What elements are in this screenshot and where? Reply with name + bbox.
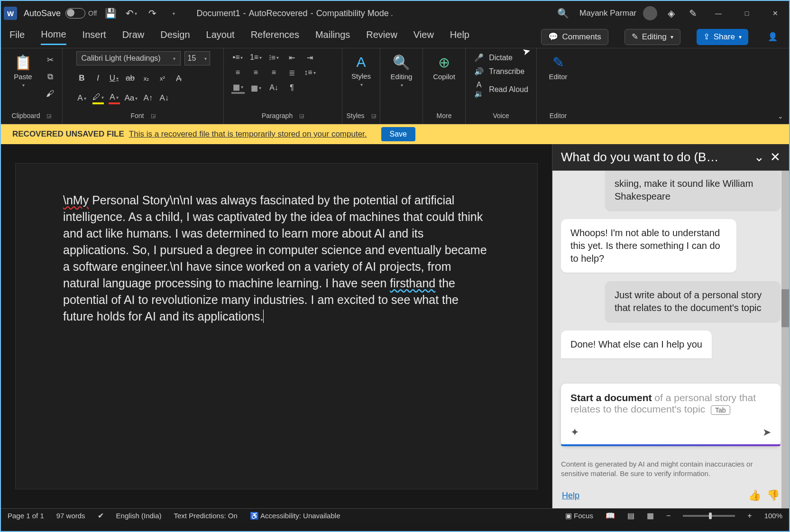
premium-diamond-icon[interactable]: ◈: [664, 8, 679, 19]
window-close[interactable]: ✕: [764, 4, 786, 23]
doc-name[interactable]: Document1: [196, 9, 240, 18]
tab-review[interactable]: Review: [366, 29, 397, 44]
status-page[interactable]: Page 1 of 1: [8, 512, 44, 520]
status-accessibility[interactable]: ♿ Accessibility: Unavailable: [250, 512, 340, 520]
undo-icon[interactable]: ↶▾: [124, 6, 138, 20]
italic-button[interactable]: I: [92, 72, 104, 84]
superscript-button[interactable]: x²: [157, 72, 168, 84]
status-language[interactable]: English (India): [116, 512, 162, 520]
copilot-help-link[interactable]: Help: [562, 491, 579, 501]
teams-present-icon[interactable]: 👤: [764, 29, 781, 45]
paste-button[interactable]: 📋 Paste ▾: [7, 51, 40, 88]
shading-button[interactable]: ▦▾: [231, 82, 245, 94]
recovery-save-button[interactable]: Save: [381, 127, 415, 141]
status-predictions[interactable]: Text Predictions: On: [174, 512, 238, 520]
thumbs-up-icon[interactable]: 👍: [748, 489, 761, 502]
clipboard-launcher-icon[interactable]: ◲: [46, 113, 51, 119]
avatar[interactable]: [643, 6, 657, 20]
spellcheck-icon[interactable]: ✔: [98, 511, 104, 520]
tab-insert[interactable]: Insert: [83, 29, 106, 44]
collapse-ribbon-icon[interactable]: ⌄: [778, 112, 783, 120]
tab-home[interactable]: Home: [41, 29, 66, 45]
save-icon[interactable]: 💾: [103, 6, 118, 20]
change-case-button[interactable]: Aa▾: [125, 92, 138, 104]
editing-group-button[interactable]: 🔍Editing▾: [385, 51, 418, 88]
underline-button[interactable]: U▾: [109, 72, 120, 84]
print-layout-icon[interactable]: ▤: [627, 511, 634, 520]
focus-mode-button[interactable]: ▣ Focus: [565, 512, 593, 520]
recovery-message[interactable]: This is a recovered file that is tempora…: [129, 129, 367, 139]
send-icon[interactable]: ➤: [762, 426, 771, 439]
show-marks-button[interactable]: ¶: [285, 82, 299, 94]
copilot-input[interactable]: Start a document of a personal story tha…: [561, 384, 781, 446]
thumbs-down-icon[interactable]: 👎: [767, 489, 780, 502]
coming-soon-icon[interactable]: ✎: [685, 8, 701, 19]
line-spacing-button[interactable]: ↕≡▾: [303, 66, 317, 79]
highlight-button[interactable]: 🖊▾: [92, 92, 104, 104]
tab-view[interactable]: View: [413, 29, 434, 44]
search-icon[interactable]: 🔍: [553, 8, 573, 19]
tab-mailings[interactable]: Mailings: [315, 29, 350, 44]
font-color-button[interactable]: A▾: [109, 92, 120, 104]
borders-button[interactable]: ▦▾: [249, 82, 263, 94]
comments-button[interactable]: 💬 Comments: [541, 29, 608, 45]
styles-launcher-icon[interactable]: ◲: [371, 113, 376, 119]
redo-icon[interactable]: ↷: [145, 6, 159, 20]
status-words[interactable]: 97 words: [56, 512, 85, 520]
align-left-button[interactable]: ≡: [231, 66, 245, 79]
subscript-button[interactable]: x₂: [141, 72, 152, 84]
web-layout-icon[interactable]: ▦: [647, 511, 654, 520]
tab-references[interactable]: References: [251, 29, 299, 44]
tab-help[interactable]: Help: [450, 29, 469, 44]
increase-indent-button[interactable]: ⇥: [303, 51, 317, 64]
share-button[interactable]: ⇪ Share ▾: [697, 29, 748, 45]
multilevel-button[interactable]: ⁝≡▾: [267, 51, 281, 64]
dictate-button[interactable]: 🎤Dictate: [474, 53, 528, 62]
sparkle-icon[interactable]: ✦: [570, 426, 579, 439]
zoom-slider[interactable]: [683, 515, 735, 517]
document-page[interactable]: \nMy Personal Story\n\nI was always fasc…: [15, 163, 538, 489]
document-text[interactable]: \nMy Personal Story\n\nI was always fasc…: [63, 192, 490, 325]
copilot-close-icon[interactable]: ✕: [770, 150, 781, 165]
qat-more-icon[interactable]: ▾: [166, 6, 180, 20]
shrink-font-button[interactable]: A↓: [158, 92, 170, 104]
window-minimize[interactable]: —: [707, 4, 729, 23]
zoom-out-icon[interactable]: −: [666, 512, 671, 520]
text-effects-button[interactable]: A▾: [76, 92, 88, 104]
editor-button[interactable]: ✎Editor: [542, 51, 575, 81]
copilot-collapse-icon[interactable]: ⌄: [754, 150, 764, 165]
tab-design[interactable]: Design: [160, 29, 190, 44]
numbering-button[interactable]: 1≡▾: [249, 51, 263, 64]
cut-icon[interactable]: ✂: [44, 54, 57, 65]
tab-layout[interactable]: Layout: [206, 29, 235, 44]
align-center-button[interactable]: ≡: [249, 66, 263, 79]
tab-draw[interactable]: Draw: [122, 29, 145, 44]
justify-button[interactable]: ≣: [285, 66, 299, 79]
clear-format-button[interactable]: A̶: [173, 72, 184, 84]
decrease-indent-button[interactable]: ⇤: [285, 51, 299, 64]
format-painter-icon[interactable]: 🖌: [44, 88, 57, 100]
zoom-value[interactable]: 100%: [764, 512, 782, 520]
sort-button[interactable]: A↓: [267, 82, 281, 94]
transcribe-button[interactable]: 🔊Transcribe: [474, 67, 528, 76]
paragraph-launcher-icon[interactable]: ◲: [299, 113, 304, 119]
editing-mode-button[interactable]: ✎ Editing ▾: [625, 29, 680, 45]
styles-button[interactable]: AStyles▾: [345, 51, 378, 87]
account-name[interactable]: Mayank Parmar: [579, 9, 636, 18]
read-aloud-button[interactable]: A🔉Read Aloud: [474, 81, 528, 98]
title-chevron-icon[interactable]: ⌄: [390, 12, 394, 17]
bold-button[interactable]: B: [76, 72, 88, 84]
font-size-select[interactable]: 15▾: [184, 51, 210, 65]
strikethrough-button[interactable]: ab: [125, 72, 136, 84]
bullets-button[interactable]: •≡▾: [231, 51, 245, 64]
align-right-button[interactable]: ≡: [267, 66, 281, 79]
font-launcher-icon[interactable]: ◲: [151, 113, 156, 119]
window-maximize[interactable]: □: [736, 4, 758, 23]
zoom-in-icon[interactable]: +: [747, 512, 752, 520]
copilot-button[interactable]: ⊕Copilot: [428, 51, 461, 81]
copy-icon[interactable]: ⧉: [44, 71, 57, 83]
tab-file[interactable]: File: [9, 29, 25, 44]
document-canvas[interactable]: \nMy Personal Story\n\nI was always fasc…: [1, 144, 552, 508]
copilot-scrollbar-track[interactable]: [781, 171, 789, 508]
copilot-scrollbar-thumb[interactable]: [781, 289, 789, 327]
